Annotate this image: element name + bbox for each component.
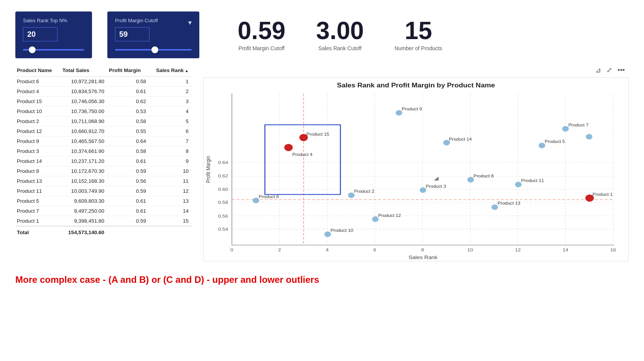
table-row: Product 910,465,567.500.647	[15, 136, 192, 146]
cell-r7-c3: 8	[149, 146, 192, 156]
kpi-num-products-value: 15	[394, 18, 442, 43]
cell-r6-c3: 7	[149, 136, 192, 146]
main-content: Product Name Total Sales Profit Margin S…	[0, 66, 644, 263]
point-product12	[372, 217, 379, 222]
profit-margin-slider-thumb[interactable]	[151, 46, 158, 53]
sales-rank-input[interactable]	[23, 27, 58, 41]
svg-text:0.56: 0.56	[218, 214, 228, 219]
svg-text:Product 7: Product 7	[568, 123, 589, 127]
cell-r4-c2: 0.58	[107, 117, 149, 126]
cell-r3-c2: 0.53	[107, 107, 149, 117]
profit-margin-input[interactable]	[115, 27, 150, 41]
kpi-sales-rank-label: Sales Rank Cutoff	[316, 45, 364, 51]
svg-text:Product 1: Product 1	[592, 192, 613, 196]
svg-text:10: 10	[467, 248, 473, 253]
cell-r4-c0: Product 2	[15, 117, 61, 126]
cell-r4-c3: 5	[149, 117, 192, 126]
table-row: Product 210,711,068.900.585	[15, 117, 192, 126]
cell-r2-c1: 10,746,056.30	[61, 97, 107, 107]
col-sales-rank[interactable]: Sales Rank	[149, 66, 192, 77]
cell-r13-c3: 14	[149, 206, 192, 216]
cell-r8-c1: 10,237,171.20	[61, 156, 107, 166]
table-row: Product 410,834,576.700.612	[15, 87, 192, 97]
cell-r10-c1: 10,152,168.30	[61, 176, 107, 186]
cell-r1-c1: 10,834,576.70	[61, 87, 107, 97]
sales-rank-title: Sales Rank Top N%	[23, 18, 84, 23]
cell-r1-c0: Product 4	[15, 87, 61, 97]
table-row: Product 1010,736,750.000.534	[15, 107, 192, 117]
svg-text:Product 8: Product 8	[473, 174, 494, 178]
cell-r13-c0: Product 7	[15, 206, 61, 216]
cell-r9-c1: 10,172,670.30	[61, 166, 107, 176]
cell-r14-c2: 0.59	[107, 216, 149, 226]
svg-text:0.62: 0.62	[218, 174, 228, 179]
cell-r2-c2: 0.62	[107, 97, 149, 107]
table-row: Product 1410,237,171.200.619	[15, 156, 192, 166]
cell-r0-c3: 1	[149, 77, 192, 87]
table-row: Product 610,972,281.800.581	[15, 77, 192, 87]
table-row: Product 19,398,451.800.5915	[15, 216, 192, 226]
chart-container: ⊿ ⤢ ••• Sales Rank and Profit Margin by …	[203, 66, 629, 263]
table-row: Product 1310,152,168.300.5611	[15, 176, 192, 186]
svg-text:16: 16	[610, 248, 616, 253]
sales-rank-control-card: Sales Rank Top N%	[15, 11, 92, 58]
cell-r3-c0: Product 10	[15, 107, 61, 117]
sales-rank-slider-track[interactable]	[23, 49, 84, 51]
data-table-container: Product Name Total Sales Profit Margin S…	[15, 66, 192, 263]
cell-r6-c2: 0.64	[107, 136, 149, 146]
cell-r3-c1: 10,736,750.00	[61, 107, 107, 117]
point-product5	[539, 143, 545, 148]
cell-r7-c1: 10,374,661.90	[61, 146, 107, 156]
more-icon[interactable]: •••	[618, 66, 625, 74]
sales-rank-slider-thumb[interactable]	[29, 46, 36, 53]
table-row: Product 1510,746,056.300.623	[15, 97, 192, 107]
cell-r9-c3: 10	[149, 166, 192, 176]
svg-text:2: 2	[278, 248, 281, 253]
kpi-profit-margin-label: Profit Margin Cutoff	[238, 45, 286, 51]
cell-r4-c1: 10,711,068.90	[61, 117, 107, 126]
svg-text:Product 5: Product 5	[545, 139, 565, 144]
cell-r14-c0: Product 1	[15, 216, 61, 226]
cell-r8-c0: Product 14	[15, 156, 61, 166]
point-product7	[562, 126, 569, 132]
cell-r0-c2: 0.58	[107, 77, 149, 87]
cell-r8-c3: 9	[149, 156, 192, 166]
svg-text:0.60: 0.60	[218, 187, 228, 192]
cell-r11-c1: 10,003,749.90	[61, 186, 107, 196]
svg-text:14: 14	[563, 248, 568, 253]
svg-text:Sales Rank: Sales Rank	[409, 255, 438, 260]
cell-r12-c2: 0.61	[107, 196, 149, 206]
cell-r11-c2: 0.59	[107, 186, 149, 196]
filter-icon[interactable]: ⊿	[595, 66, 601, 74]
profit-margin-dropdown-icon[interactable]: ▾	[188, 18, 192, 27]
svg-text:Product 14: Product 14	[449, 137, 472, 141]
svg-text:0.54: 0.54	[218, 227, 228, 232]
svg-text:6: 6	[373, 248, 376, 253]
expand-icon[interactable]: ⤢	[606, 66, 612, 74]
cell-r13-c2: 0.61	[107, 206, 149, 216]
svg-text:Product 3: Product 3	[426, 184, 446, 189]
cell-r5-c0: Product 12	[15, 126, 61, 136]
table-row: Product 1210,660,912.700.556	[15, 126, 192, 136]
bottom-text: More complex case - (A and B) or (C and …	[0, 263, 644, 293]
table-row: Product 1110,003,749.900.5912	[15, 186, 192, 196]
bottom-text-content: More complex case - (A and B) or (C and …	[15, 274, 319, 285]
svg-text:Product 9: Product 9	[402, 107, 422, 111]
svg-text:Product 10: Product 10	[330, 228, 353, 233]
cell-r1-c2: 0.61	[107, 87, 149, 97]
profit-margin-slider-track[interactable]	[115, 49, 192, 51]
svg-text:Product 13: Product 13	[498, 201, 520, 205]
svg-text:Product 12: Product 12	[378, 213, 401, 218]
point-product10	[324, 231, 331, 237]
svg-text:8: 8	[421, 248, 424, 253]
total-label: Total	[15, 226, 61, 237]
kpi-num-products-label: Number of Products	[394, 45, 442, 51]
svg-text:Product 4: Product 4	[292, 153, 312, 157]
cell-r8-c2: 0.61	[107, 156, 149, 166]
col-profit-margin: Profit Margin	[107, 66, 149, 77]
point-product7b	[586, 134, 592, 140]
table-row: Product 810,172,670.300.5910	[15, 166, 192, 176]
cell-r0-c1: 10,972,281.80	[61, 77, 107, 87]
cell-r10-c3: 11	[149, 176, 192, 186]
cell-r6-c1: 10,465,567.50	[61, 136, 107, 146]
